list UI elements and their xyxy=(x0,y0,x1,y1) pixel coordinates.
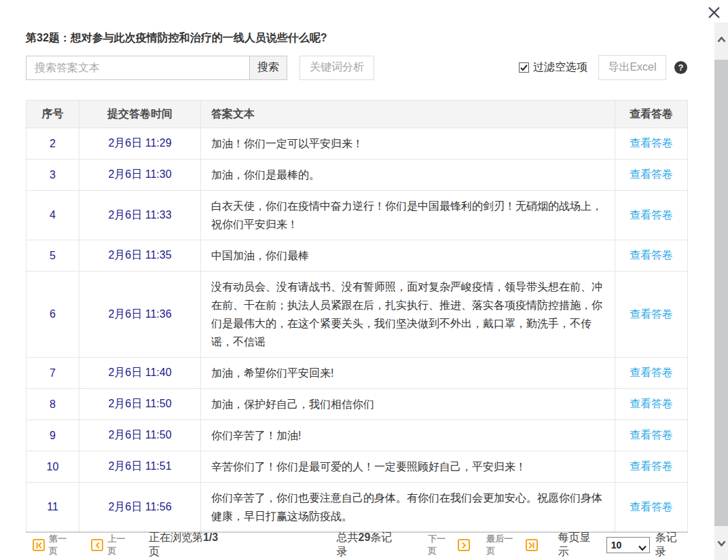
view-answer-link[interactable]: 查看答卷 xyxy=(630,429,673,441)
first-page-label[interactable]: 第一页 xyxy=(49,533,75,557)
row-answer-text: 加油，你们是最棒的。 xyxy=(201,160,615,191)
row-number: 6 xyxy=(26,272,79,358)
last-page-label[interactable]: 最后一页 xyxy=(486,533,521,557)
row-number: 3 xyxy=(26,160,79,191)
pagination-bar: 第一页 上一页 正在浏览第1/3页 总共29条记录 下一页 最后一页 每页显 xyxy=(26,536,687,554)
scroll-down-icon[interactable] xyxy=(714,531,728,555)
scroll-up-icon[interactable] xyxy=(714,28,728,51)
row-answer-text: 你们辛苦了！加油! xyxy=(201,420,615,451)
prev-page-label[interactable]: 上一页 xyxy=(107,533,133,557)
row-number: 5 xyxy=(26,240,79,272)
row-answer-text: 辛苦你们了！你们是最可爱的人！一定要照顾好自己，平安归来！ xyxy=(201,451,615,483)
row-number: 7 xyxy=(26,358,79,389)
column-header-no: 序号 xyxy=(26,100,79,128)
table-row: 2 2月6日 11:29 加油！你们一定可以平安归来！ 查看答卷 xyxy=(26,128,688,160)
first-page-icon[interactable] xyxy=(33,539,45,551)
view-answer-link[interactable]: 查看答卷 xyxy=(630,308,673,320)
per-page-prefix-label: 每页显示 xyxy=(558,531,601,559)
table-row: 10 2月6日 11:51 辛苦你们了！你们是最可爱的人！一定要照顾好自己，平安… xyxy=(26,451,688,483)
row-number: 2 xyxy=(26,128,79,160)
column-header-view: 查看答卷 xyxy=(615,100,688,128)
row-submit-time: 2月6日 11:33 xyxy=(79,191,201,240)
table-row: 6 2月6日 11:36 没有动员会、没有请战书、没有誓师照，面对复杂严峻疫情，… xyxy=(26,272,688,358)
table-header: 序号 提交答卷时间 答案文本 查看答卷 xyxy=(26,100,688,128)
current-page: 1/3 xyxy=(203,531,218,543)
row-number: 11 xyxy=(26,483,79,533)
column-header-time: 提交答卷时间 xyxy=(79,100,201,128)
column-header-text: 答案文本 xyxy=(201,100,615,128)
row-submit-time: 2月6日 11:30 xyxy=(79,160,201,191)
view-answer-link[interactable]: 查看答卷 xyxy=(630,367,673,378)
row-number: 4 xyxy=(26,191,79,240)
next-page-label[interactable]: 下一页 xyxy=(428,533,454,557)
help-icon[interactable]: ? xyxy=(674,61,687,74)
row-answer-text: 加油，保护好自己，我们相信你们 xyxy=(201,389,615,420)
view-answer-link[interactable]: 查看答卷 xyxy=(630,168,673,180)
answers-modal: 第32题：想对参与此次疫情防控和治疗的一线人员说些什么呢? 搜索 关键词分析 过… xyxy=(0,0,728,560)
view-answer-link[interactable]: 查看答卷 xyxy=(630,501,673,512)
scrollbar[interactable] xyxy=(714,22,728,560)
next-page-icon[interactable] xyxy=(458,539,470,551)
filter-checkbox-label: 过滤空选项 xyxy=(533,60,587,75)
row-submit-time: 2月6日 11:40 xyxy=(79,358,201,389)
keyword-analysis-button[interactable]: 关键词分析 xyxy=(299,56,374,80)
question-title: 第32题：想对参与此次疫情防控和治疗的一线人员说些什么呢? xyxy=(26,31,327,45)
row-submit-time: 2月6日 11:29 xyxy=(79,128,201,160)
view-answer-link[interactable]: 查看答卷 xyxy=(630,398,673,409)
table-body: 2 2月6日 11:29 加油！你们一定可以平安归来！ 查看答卷 3 2月6日 … xyxy=(26,128,688,533)
view-answer-link[interactable]: 查看答卷 xyxy=(630,249,673,261)
table-row: 4 2月6日 11:33 白衣天使，你们在疫情中奋力逆行！你们是中国最锋利的剑刃… xyxy=(26,191,688,240)
row-answer-text: 加油！你们一定可以平安归来！ xyxy=(201,128,615,160)
view-answer-link[interactable]: 查看答卷 xyxy=(630,460,673,472)
row-answer-text: 中国加油，你们最棒 xyxy=(201,240,615,272)
total-records: 总共29条记录 xyxy=(336,531,401,559)
row-submit-time: 2月6日 11:50 xyxy=(79,389,201,420)
row-submit-time: 2月6日 11:35 xyxy=(79,240,201,272)
row-answer-text: 没有动员会、没有请战书、没有誓师照，面对复杂严峻疫情，领导带头想在前、冲在前、干… xyxy=(201,272,615,358)
row-number: 8 xyxy=(26,389,79,420)
row-submit-time: 2月6日 11:50 xyxy=(79,420,201,451)
row-answer-text: 加油，希望你们平安回来! xyxy=(201,358,615,389)
row-submit-time: 2月6日 11:51 xyxy=(79,451,201,483)
table-row: 11 2月6日 11:56 你们辛苦了，你们也要注意自己的身体。有你们在我们会更… xyxy=(26,483,688,533)
checkbox-checked-icon[interactable] xyxy=(519,62,529,73)
total-count: 29 xyxy=(358,531,370,543)
row-answer-text: 白衣天使，你们在疫情中奋力逆行！你们是中国最锋利的剑刃！无硝烟的战场上，祝你们平… xyxy=(201,191,615,240)
per-page-select-wrap: 10 xyxy=(606,537,650,553)
view-answer-link[interactable]: 查看答卷 xyxy=(630,209,673,221)
row-number: 9 xyxy=(26,420,79,451)
table-row: 3 2月6日 11:30 加油，你们是最棒的。 查看答卷 xyxy=(26,160,688,191)
answers-table: 序号 提交答卷时间 答案文本 查看答卷 2 2月6日 11:29 加油！你们一定… xyxy=(26,100,688,533)
table-row: 5 2月6日 11:35 中国加油，你们最棒 查看答卷 xyxy=(26,240,688,272)
row-submit-time: 2月6日 11:36 xyxy=(79,272,201,358)
prev-page-icon[interactable] xyxy=(91,539,103,551)
table-row: 8 2月6日 11:50 加油，保护好自己，我们相信你们 查看答卷 xyxy=(26,389,688,420)
close-icon[interactable] xyxy=(705,3,723,21)
row-submit-time: 2月6日 11:56 xyxy=(79,483,201,533)
table-row: 9 2月6日 11:50 你们辛苦了！加油! 查看答卷 xyxy=(26,420,688,451)
export-excel-button[interactable]: 导出Excel xyxy=(598,55,666,80)
row-number: 10 xyxy=(26,451,79,483)
last-page-icon[interactable] xyxy=(526,539,538,551)
per-page-suffix-label: 条记录 xyxy=(655,531,687,559)
search-input[interactable] xyxy=(26,56,250,80)
toolbar: 搜索 关键词分析 过滤空选项 导出Excel ? xyxy=(26,55,687,80)
scrollbar-thumb[interactable] xyxy=(714,60,728,526)
row-answer-text: 你们辛苦了，你们也要注意自己的身体。有你们在我们会更加安心。祝愿你们身体健康，早… xyxy=(201,483,615,533)
search-button[interactable]: 搜索 xyxy=(249,56,287,80)
filter-empty-checkbox[interactable]: 过滤空选项 xyxy=(519,60,587,75)
table-row: 7 2月6日 11:40 加油，希望你们平安回来! 查看答卷 xyxy=(26,358,688,389)
view-answer-link[interactable]: 查看答卷 xyxy=(630,137,673,149)
browsing-status: 正在浏览第1/3页 xyxy=(149,531,228,559)
per-page-select[interactable]: 10 xyxy=(606,537,650,553)
